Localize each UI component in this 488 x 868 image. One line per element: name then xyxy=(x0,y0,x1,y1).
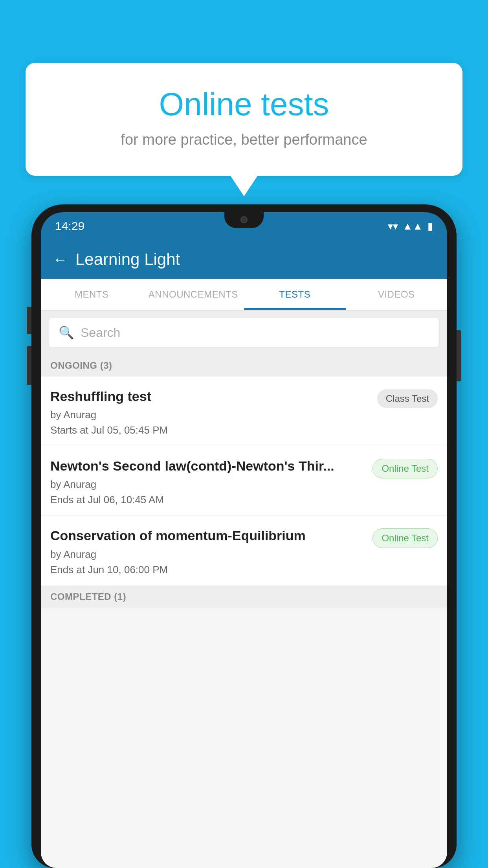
test-badge-1: Class Test xyxy=(377,389,438,408)
test-item-1[interactable]: Reshuffling test by Anurag Starts at Jul… xyxy=(41,377,447,446)
test-item-2[interactable]: Newton's Second law(contd)-Newton's Thir… xyxy=(41,446,447,516)
back-button[interactable]: ← xyxy=(53,251,68,268)
test-name-1: Reshuffling test xyxy=(50,388,371,405)
speech-bubble: Online tests for more practice, better p… xyxy=(26,63,462,176)
test-badge-3: Online Test xyxy=(372,528,438,548)
test-author-1: by Anurag xyxy=(50,409,371,421)
test-info-3: Conservation of momentum-Equilibrium by … xyxy=(50,527,366,576)
search-icon: 🔍 xyxy=(59,325,74,340)
tab-ments[interactable]: MENTS xyxy=(41,279,143,310)
test-badge-2: Online Test xyxy=(372,459,438,478)
volume-up-button xyxy=(27,307,31,334)
test-info-1: Reshuffling test by Anurag Starts at Jul… xyxy=(50,388,371,436)
status-icons: ▾▾ ▲▲ ▮ xyxy=(388,220,433,232)
test-author-2: by Anurag xyxy=(50,478,366,491)
test-name-3: Conservation of momentum-Equilibrium xyxy=(50,527,366,544)
status-bar: 14:29 ▾▾ ▲▲ ▮ xyxy=(41,212,447,240)
phone-notch xyxy=(224,212,264,228)
front-camera xyxy=(240,216,248,223)
volume-down-button xyxy=(27,346,31,385)
app-header: ← Learning Light xyxy=(41,240,447,279)
test-time-2: Ends at Jul 06, 10:45 AM xyxy=(50,494,366,506)
test-list: Reshuffling test by Anurag Starts at Jul… xyxy=(41,377,447,586)
test-time-3: Ends at Jun 10, 06:00 PM xyxy=(50,564,366,576)
battery-icon: ▮ xyxy=(427,220,433,232)
ongoing-section-header: ONGOING (3) xyxy=(41,355,447,377)
search-bar[interactable]: 🔍 Search xyxy=(49,318,439,348)
app-title: Learning Light xyxy=(75,250,180,269)
test-author-3: by Anurag xyxy=(50,548,366,561)
status-time: 14:29 xyxy=(55,219,84,233)
test-name-2: Newton's Second law(contd)-Newton's Thir… xyxy=(50,457,366,474)
completed-section-header: COMPLETED (1) xyxy=(41,586,447,608)
speech-bubble-container: Online tests for more practice, better p… xyxy=(26,63,462,176)
signal-icon: ▲▲ xyxy=(403,220,423,232)
tab-bar: MENTS ANNOUNCEMENTS TESTS VIDEOS xyxy=(41,279,447,311)
wifi-icon: ▾▾ xyxy=(388,220,398,232)
search-input[interactable]: Search xyxy=(81,326,120,340)
phone-screen: ← Learning Light MENTS ANNOUNCEMENTS TES… xyxy=(41,240,447,868)
search-container: 🔍 Search xyxy=(41,311,447,355)
test-time-1: Starts at Jul 05, 05:45 PM xyxy=(50,424,371,436)
power-button xyxy=(457,330,461,381)
test-info-2: Newton's Second law(contd)-Newton's Thir… xyxy=(50,457,366,506)
tab-videos[interactable]: VIDEOS xyxy=(346,279,448,310)
tab-tests[interactable]: TESTS xyxy=(244,279,346,310)
test-item-3[interactable]: Conservation of momentum-Equilibrium by … xyxy=(41,516,447,585)
bubble-title: Online tests xyxy=(45,86,443,122)
phone-frame: 14:29 ▾▾ ▲▲ ▮ ← Learning Light MENTS ANN… xyxy=(31,204,457,868)
bubble-subtitle: for more practice, better performance xyxy=(45,131,443,148)
tab-announcements[interactable]: ANNOUNCEMENTS xyxy=(143,279,244,310)
